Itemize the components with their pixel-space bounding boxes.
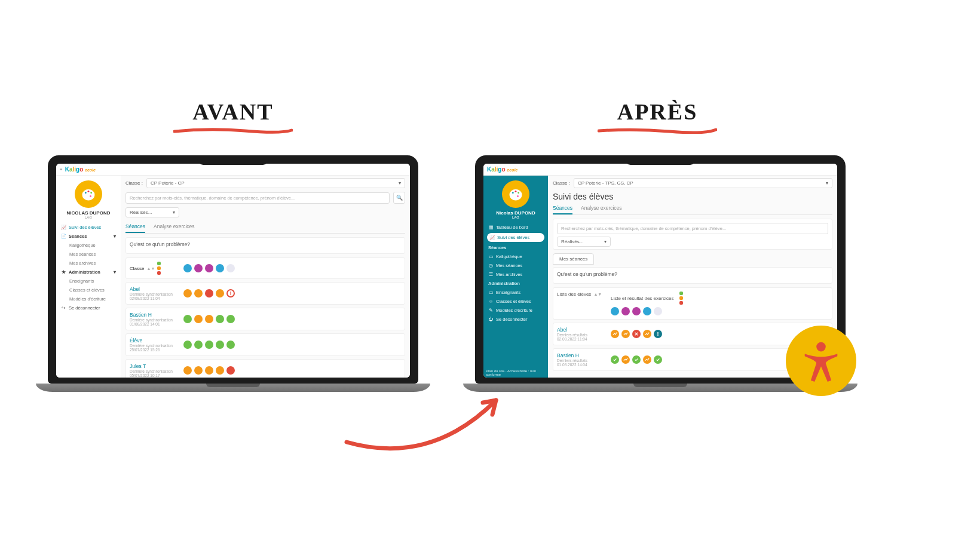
user-name: Nicolas DUPOND bbox=[486, 210, 546, 216]
nav-modeles-ecriture[interactable]: Modèles d'écriture bbox=[59, 295, 118, 303]
search-button[interactable]: 🔍 bbox=[393, 192, 405, 204]
nav-mes-archives[interactable]: ☰Mes archives bbox=[486, 270, 546, 279]
book-icon: ▭ bbox=[488, 254, 494, 259]
id-icon: ▭ bbox=[488, 290, 494, 295]
heading-after: APRÈS bbox=[580, 99, 735, 125]
student-row[interactable]: Élève Dernière synchronisation 25/07/202… bbox=[125, 333, 405, 356]
student-name: Jules T bbox=[130, 363, 179, 369]
clock-icon: ◷ bbox=[488, 263, 494, 268]
pen-icon: ✎ bbox=[488, 308, 494, 313]
nav-mes-seances[interactable]: Mes séances bbox=[59, 250, 118, 259]
nav-modeles-ecriture[interactable]: ✎Modèles d'écriture bbox=[486, 306, 546, 315]
nav-enseignants[interactable]: ▭Enseignants bbox=[486, 288, 546, 297]
nav-suivi[interactable]: 📈Suivi des élèves bbox=[59, 223, 118, 232]
nav-kaligotheque[interactable]: Kaligothèque bbox=[59, 241, 118, 250]
nav-suivi[interactable]: 📈Suivi des élèves bbox=[487, 233, 544, 242]
nav-mes-archives[interactable]: Mes archives bbox=[59, 259, 118, 268]
chart-icon: 📈 bbox=[489, 235, 495, 240]
tab-seances[interactable]: Séances bbox=[553, 203, 572, 214]
svg-point-1 bbox=[85, 192, 87, 194]
panel-title: Qu'est ce qu'un problème? bbox=[557, 271, 828, 277]
tab-analyse[interactable]: Analyse exercices bbox=[581, 203, 622, 214]
search-panel: Recherchez par mots-clés, thématique, do… bbox=[553, 219, 832, 250]
legend bbox=[679, 292, 683, 305]
laptop-before: ≡ Kaligo ecole NICOLAS DUPOND LAG 📈Suivi… bbox=[48, 155, 418, 392]
screen-after: Kaligo ecole Nicolas DUPOND LAG ▦Tableau… bbox=[483, 164, 837, 378]
users-icon: ☺ bbox=[488, 299, 494, 304]
svg-point-3 bbox=[90, 192, 92, 194]
file-icon: 📄 bbox=[61, 234, 66, 239]
nav-logout[interactable]: ↪Se déconnecter bbox=[59, 303, 118, 312]
svg-point-6 bbox=[512, 192, 514, 194]
ex-icons bbox=[183, 264, 235, 272]
sort-icon[interactable]: ▲▼ bbox=[146, 266, 155, 271]
student-row[interactable]: Jules T Dernière synchronisation 05/07/2… bbox=[125, 359, 405, 378]
header-row-before: Classe ▲▼ bbox=[125, 257, 405, 279]
nav-mes-seances[interactable]: ◷Mes séances bbox=[486, 261, 546, 270]
student-date: 01/08/2022 14:01 bbox=[130, 322, 179, 326]
tabs: Séances Analyse exercices bbox=[553, 203, 832, 215]
user-sub: LAG bbox=[486, 216, 546, 219]
svg-point-10 bbox=[816, 342, 826, 352]
classe-label: Classe : bbox=[125, 180, 143, 186]
col-classe: Classe bbox=[130, 266, 144, 271]
svg-point-7 bbox=[515, 191, 517, 192]
chevron-down-icon: ▾ bbox=[399, 180, 401, 186]
nav-kaligotheque[interactable]: ▭Kaligothèque bbox=[486, 252, 546, 261]
nav-seances[interactable]: 📄Séances▾ bbox=[59, 232, 118, 241]
archive-icon: ☰ bbox=[488, 272, 494, 277]
brand-logo: Kaligo ecole bbox=[65, 166, 96, 173]
notch bbox=[624, 155, 696, 165]
dashboard-icon: ▦ bbox=[488, 225, 494, 230]
nav-tableau[interactable]: ▦Tableau de bord bbox=[486, 223, 546, 232]
student-date: 02/08/2022 11:04 bbox=[130, 296, 179, 300]
tab-analyse[interactable]: Analyse exercices bbox=[154, 221, 195, 233]
sort-icon[interactable]: ▲▼ bbox=[593, 292, 602, 296]
user-sub: LAG bbox=[59, 216, 118, 219]
filter-select[interactable]: Réalisés...▾ bbox=[125, 207, 179, 217]
pill-mes-seances[interactable]: Mes séances bbox=[553, 253, 594, 265]
legend bbox=[157, 262, 161, 275]
panel-probleme: Qu'est ce qu'un problème? bbox=[553, 267, 832, 284]
sidebar-after: Nicolas DUPOND LAG ▦Tableau de bord 📈Sui… bbox=[483, 176, 548, 378]
notch bbox=[197, 155, 269, 165]
student-meta: Dernière synchronisation bbox=[130, 344, 179, 348]
chevron-down-icon: ▾ bbox=[604, 239, 607, 244]
accessibility-badge bbox=[786, 326, 856, 396]
info-icon: ! bbox=[654, 330, 662, 338]
student-meta: Dernière synchronisation bbox=[130, 318, 179, 322]
student-meta: Dernière synchronisation bbox=[130, 292, 179, 296]
classe-select[interactable]: CP Poterie - CP▾ bbox=[146, 178, 405, 188]
student-meta: Derniers résultats bbox=[557, 358, 606, 363]
student-row[interactable]: Abel Dernière synchronisation 02/08/2022… bbox=[125, 282, 405, 305]
student-name: Bastien H bbox=[130, 312, 179, 318]
nav-classes-eleves[interactable]: Classes et élèves bbox=[59, 286, 118, 295]
svg-point-8 bbox=[517, 192, 519, 194]
classe-select[interactable]: CP Poterie - TPS, GS, CP▾ bbox=[574, 178, 832, 188]
student-meta: Dernière synchronisation bbox=[130, 369, 179, 373]
avatar bbox=[502, 180, 529, 208]
col-liste-eleves: Liste des élèves bbox=[557, 292, 591, 297]
nav-classes-eleves[interactable]: ☺Classes et élèves bbox=[486, 297, 546, 306]
nav-admin-section: Administration bbox=[486, 279, 546, 288]
logout-icon: ⏻ bbox=[488, 317, 494, 322]
student-date: 05/07/2022 10:17 bbox=[130, 373, 179, 378]
nav-enseignants[interactable]: Enseignants bbox=[59, 277, 118, 286]
search-input[interactable]: Recherchez par mots-clés, thématique, do… bbox=[125, 192, 390, 204]
nav-administration[interactable]: ★Administration▾ bbox=[59, 268, 118, 277]
avatar bbox=[75, 180, 102, 208]
chart-icon: 📈 bbox=[61, 225, 66, 230]
transition-arrow bbox=[335, 382, 526, 454]
search-input[interactable]: Recherchez par mots-clés, thématique, do… bbox=[557, 223, 828, 234]
topbar-before: ≡ Kaligo ecole bbox=[56, 164, 410, 176]
student-date: 25/07/2022 15:26 bbox=[130, 348, 179, 352]
tab-seances[interactable]: Séances bbox=[125, 221, 145, 233]
footer-links[interactable]: Plan du site · Accessibilité : non confo… bbox=[486, 369, 548, 376]
logout-icon: ↪ bbox=[61, 305, 66, 311]
student-row[interactable]: Bastien H Dernière synchronisation 01/08… bbox=[125, 308, 405, 330]
student-date: 02.08.2022 11:04 bbox=[557, 337, 606, 341]
nav-logout[interactable]: ⏻Se déconnecter bbox=[486, 315, 546, 324]
student-name: Abel bbox=[130, 286, 179, 292]
filter-select[interactable]: Réalisés...▾ bbox=[557, 237, 611, 247]
hamburger-icon[interactable]: ≡ bbox=[60, 167, 63, 172]
